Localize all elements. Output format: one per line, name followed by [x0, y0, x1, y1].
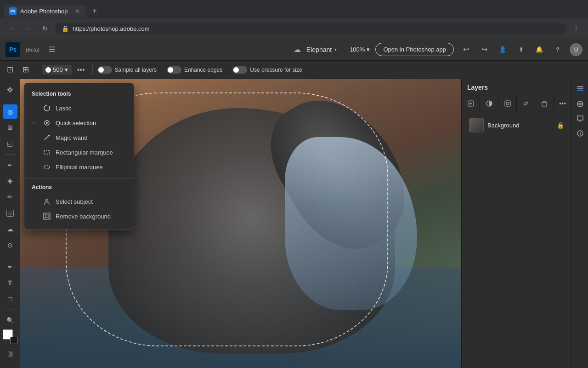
- link-layers-button[interactable]: [517, 96, 535, 111]
- remove-background-item[interactable]: Remove background: [24, 209, 134, 224]
- eraser-tool-button[interactable]: ◻: [6, 210, 14, 217]
- lasso-icon: [43, 104, 51, 112]
- options-toolbar: ⊡ ⊞ 500 ▾ ••• Sample all layers Enhance …: [0, 61, 588, 79]
- delete-layer-button[interactable]: [535, 96, 554, 111]
- lasso-label: Lasso: [56, 105, 72, 112]
- move-tool-button[interactable]: ✥: [3, 83, 17, 97]
- rect-marquee-item[interactable]: Rectangular marquee: [24, 145, 134, 160]
- tab-close-button[interactable]: ✕: [74, 7, 81, 15]
- new-tab-button[interactable]: +: [88, 5, 101, 17]
- svg-rect-13: [505, 101, 510, 106]
- select-subject-label: Select subject: [56, 198, 93, 205]
- add-layer-button[interactable]: [462, 96, 480, 111]
- svg-point-14: [506, 102, 509, 105]
- adjustment-layer-button[interactable]: [480, 96, 498, 111]
- svg-point-5: [44, 165, 50, 169]
- quick-selection-item[interactable]: ✓ Quick selection: [24, 115, 134, 130]
- nav-bar: ← → ↻ 🔒 https://photoshop.adobe.com ⋮: [0, 18, 588, 39]
- layer-more-button[interactable]: •••: [554, 96, 571, 111]
- adjustment-button[interactable]: ▥: [3, 346, 17, 361]
- dodge-tool-button[interactable]: ⊙: [3, 238, 17, 253]
- refresh-button[interactable]: ↻: [39, 22, 51, 35]
- toggle-knob-3: [233, 67, 239, 73]
- brush-tool-button[interactable]: ✏: [3, 190, 17, 204]
- svg-rect-22: [577, 86, 583, 87]
- selection-tools-dropdown: Selection tools Lasso ✓ Quick selection: [24, 83, 134, 230]
- cloud-icon: ☁: [294, 45, 301, 54]
- doc-name-label: Elephant: [306, 46, 332, 53]
- url-text: https://photoshop.adobe.com: [73, 25, 150, 32]
- color-swatches: [3, 329, 17, 344]
- browser-chrome: Ps Adobe Photoshop ✕ + ← → ↻ 🔒 https://p…: [0, 0, 588, 39]
- marquee-dotted-button[interactable]: ⊞: [19, 63, 32, 76]
- eyedropper-tool-button[interactable]: ✒: [3, 158, 17, 172]
- select-subject-item[interactable]: Select subject: [24, 194, 134, 209]
- sample-all-layers-toggle[interactable]: [97, 66, 112, 74]
- main-layout: ✥ ◎ ⊠ ◱ ✒ ✚ ✏ ◻ ☁ ⊙ ✒ T ◻ 🔍 ▥: [0, 79, 588, 368]
- remove-background-icon: [43, 212, 51, 220]
- address-bar[interactable]: 🔒 https://photoshop.adobe.com: [55, 23, 566, 34]
- brush-size-value: 500: [53, 66, 63, 73]
- upload-icon[interactable]: ⬆: [514, 43, 527, 56]
- layers-list: Background 🔒: [462, 111, 571, 139]
- enhance-edges-toggle[interactable]: [167, 66, 181, 74]
- left-sidebar: ✥ ◎ ⊠ ◱ ✒ ✚ ✏ ◻ ☁ ⊙ ✒ T ◻ 🔍 ▥: [0, 79, 20, 368]
- layer-thumb-image: [469, 118, 483, 132]
- ellip-marquee-item[interactable]: Elliptical marquee: [24, 160, 134, 174]
- channels-icon[interactable]: [574, 98, 587, 110]
- smudge-tool-button[interactable]: ☁: [3, 222, 17, 236]
- layers-panel-title: Layers: [467, 84, 566, 91]
- profile-icon[interactable]: 👤: [496, 43, 509, 56]
- avatar[interactable]: U: [570, 43, 582, 56]
- layers-panel: Layers •••: [461, 79, 571, 368]
- more-dots-icon: •••: [559, 100, 566, 107]
- enhance-edges-label: Enhance edges: [184, 67, 222, 73]
- svg-rect-20: [577, 90, 583, 91]
- open-in-photoshop-button[interactable]: Open in Photoshop app: [375, 43, 454, 56]
- lasso-tool-item[interactable]: Lasso: [24, 101, 134, 115]
- layers-panel-actions: •••: [462, 96, 571, 111]
- bell-icon[interactable]: 🔔: [533, 43, 546, 56]
- magic-wand-item[interactable]: Magic wand: [24, 130, 134, 145]
- toolbar-separator-1: [37, 65, 37, 75]
- use-pressure-toggle[interactable]: [232, 66, 247, 74]
- doc-name[interactable]: Elephant ▾: [306, 46, 337, 53]
- layers-icon[interactable]: [574, 83, 587, 96]
- healing-tool-button[interactable]: ✚: [3, 174, 17, 189]
- undo-button[interactable]: ↩: [459, 43, 472, 56]
- lock-icon: 🔒: [557, 122, 564, 129]
- info-icon[interactable]: [574, 127, 587, 140]
- active-tab[interactable]: Ps Adobe Photoshop ✕: [4, 5, 86, 17]
- brush-size-control[interactable]: 500 ▾: [42, 65, 72, 75]
- tool-separator-2: [5, 154, 16, 155]
- measure-tool-button[interactable]: ◱: [3, 137, 17, 151]
- tab-label: Adobe Photoshop: [20, 8, 68, 15]
- zoom-level: 100%: [350, 46, 365, 53]
- forward-button[interactable]: →: [22, 22, 35, 35]
- type-tool-button[interactable]: T: [3, 276, 17, 290]
- pen-tool-button[interactable]: ✒: [3, 260, 17, 274]
- shape-tool-button[interactable]: ◻: [3, 292, 17, 306]
- help-icon[interactable]: ?: [551, 43, 564, 56]
- svg-point-6: [46, 199, 48, 201]
- zoom-tool-button[interactable]: 🔍: [3, 314, 17, 328]
- browser-more-button[interactable]: ⋮: [570, 22, 582, 35]
- mask-button[interactable]: [498, 96, 517, 111]
- comments-icon[interactable]: [574, 112, 587, 125]
- hamburger-button[interactable]: ☰: [45, 43, 59, 56]
- layers-panel-header: Layers: [462, 79, 571, 96]
- background-layer-item[interactable]: Background 🔒: [465, 115, 568, 135]
- magic-wand-icon: [43, 133, 51, 142]
- quick-selection-tool-button[interactable]: ◎: [3, 104, 17, 119]
- back-button[interactable]: ←: [6, 22, 18, 35]
- canvas-area[interactable]: Selection tools Lasso ✓ Quick selection: [20, 79, 461, 368]
- more-options-button[interactable]: •••: [74, 65, 88, 75]
- marquee-square-button[interactable]: ⊡: [4, 63, 17, 76]
- crop-tool-button[interactable]: ⊠: [3, 121, 17, 135]
- rect-marquee-label: Rectangular marquee: [56, 149, 113, 156]
- background-color[interactable]: [10, 337, 17, 344]
- svg-point-2: [46, 122, 48, 124]
- enhance-edges-toggle-group: Enhance edges: [167, 66, 222, 74]
- redo-button[interactable]: ↪: [478, 43, 491, 56]
- zoom-control[interactable]: 100% ▾: [350, 46, 370, 53]
